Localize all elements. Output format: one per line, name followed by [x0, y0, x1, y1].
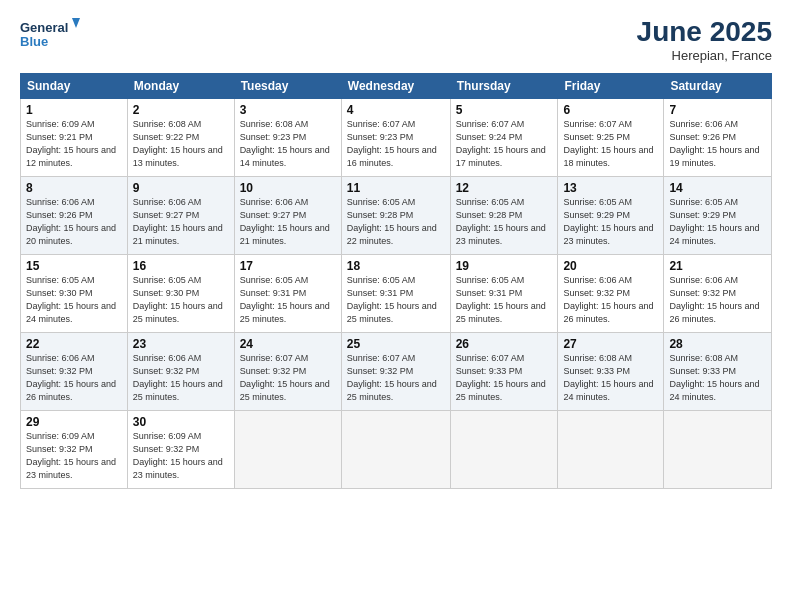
day-info: Sunrise: 6:07 AMSunset: 9:33 PMDaylight:…: [456, 353, 546, 402]
location: Herepian, France: [637, 48, 772, 63]
day-info: Sunrise: 6:05 AMSunset: 9:29 PMDaylight:…: [563, 197, 653, 246]
calendar-cell: 13 Sunrise: 6:05 AMSunset: 9:29 PMDaylig…: [558, 177, 664, 255]
calendar-cell: 5 Sunrise: 6:07 AMSunset: 9:24 PMDayligh…: [450, 99, 558, 177]
day-info: Sunrise: 6:05 AMSunset: 9:29 PMDaylight:…: [669, 197, 759, 246]
calendar-cell: 2 Sunrise: 6:08 AMSunset: 9:22 PMDayligh…: [127, 99, 234, 177]
day-number: 11: [347, 181, 445, 195]
calendar-cell: 8 Sunrise: 6:06 AMSunset: 9:26 PMDayligh…: [21, 177, 128, 255]
day-info: Sunrise: 6:08 AMSunset: 9:23 PMDaylight:…: [240, 119, 330, 168]
day-number: 27: [563, 337, 658, 351]
day-number: 5: [456, 103, 553, 117]
day-number: 2: [133, 103, 229, 117]
day-info: Sunrise: 6:05 AMSunset: 9:31 PMDaylight:…: [347, 275, 437, 324]
day-info: Sunrise: 6:09 AMSunset: 9:32 PMDaylight:…: [26, 431, 116, 480]
day-info: Sunrise: 6:07 AMSunset: 9:32 PMDaylight:…: [347, 353, 437, 402]
calendar-cell: 15 Sunrise: 6:05 AMSunset: 9:30 PMDaylig…: [21, 255, 128, 333]
calendar-cell: 23 Sunrise: 6:06 AMSunset: 9:32 PMDaylig…: [127, 333, 234, 411]
day-number: 28: [669, 337, 766, 351]
calendar-cell: [664, 411, 772, 489]
calendar-cell: 25 Sunrise: 6:07 AMSunset: 9:32 PMDaylig…: [341, 333, 450, 411]
day-info: Sunrise: 6:06 AMSunset: 9:32 PMDaylight:…: [133, 353, 223, 402]
day-number: 21: [669, 259, 766, 273]
calendar-cell: 19 Sunrise: 6:05 AMSunset: 9:31 PMDaylig…: [450, 255, 558, 333]
day-info: Sunrise: 6:06 AMSunset: 9:32 PMDaylight:…: [563, 275, 653, 324]
day-number: 14: [669, 181, 766, 195]
day-info: Sunrise: 6:06 AMSunset: 9:27 PMDaylight:…: [240, 197, 330, 246]
calendar-cell: 21 Sunrise: 6:06 AMSunset: 9:32 PMDaylig…: [664, 255, 772, 333]
calendar-cell: 22 Sunrise: 6:06 AMSunset: 9:32 PMDaylig…: [21, 333, 128, 411]
day-info: Sunrise: 6:07 AMSunset: 9:32 PMDaylight:…: [240, 353, 330, 402]
calendar-cell: [341, 411, 450, 489]
calendar-cell: 17 Sunrise: 6:05 AMSunset: 9:31 PMDaylig…: [234, 255, 341, 333]
day-number: 29: [26, 415, 122, 429]
weekday-header-friday: Friday: [558, 74, 664, 99]
day-info: Sunrise: 6:05 AMSunset: 9:31 PMDaylight:…: [456, 275, 546, 324]
day-info: Sunrise: 6:06 AMSunset: 9:32 PMDaylight:…: [26, 353, 116, 402]
day-number: 4: [347, 103, 445, 117]
calendar-cell: 18 Sunrise: 6:05 AMSunset: 9:31 PMDaylig…: [341, 255, 450, 333]
logo-svg: General Blue: [20, 16, 80, 52]
calendar-cell: 7 Sunrise: 6:06 AMSunset: 9:26 PMDayligh…: [664, 99, 772, 177]
calendar-cell: 28 Sunrise: 6:08 AMSunset: 9:33 PMDaylig…: [664, 333, 772, 411]
calendar-cell: 10 Sunrise: 6:06 AMSunset: 9:27 PMDaylig…: [234, 177, 341, 255]
calendar-cell: [234, 411, 341, 489]
day-number: 10: [240, 181, 336, 195]
day-info: Sunrise: 6:08 AMSunset: 9:33 PMDaylight:…: [669, 353, 759, 402]
weekday-header-sunday: Sunday: [21, 74, 128, 99]
weekday-header-wednesday: Wednesday: [341, 74, 450, 99]
day-number: 13: [563, 181, 658, 195]
day-number: 23: [133, 337, 229, 351]
calendar-cell: [450, 411, 558, 489]
day-info: Sunrise: 6:06 AMSunset: 9:26 PMDaylight:…: [669, 119, 759, 168]
calendar-cell: 24 Sunrise: 6:07 AMSunset: 9:32 PMDaylig…: [234, 333, 341, 411]
svg-text:Blue: Blue: [20, 34, 48, 49]
day-number: 12: [456, 181, 553, 195]
calendar-cell: 30 Sunrise: 6:09 AMSunset: 9:32 PMDaylig…: [127, 411, 234, 489]
day-info: Sunrise: 6:08 AMSunset: 9:22 PMDaylight:…: [133, 119, 223, 168]
title-block: June 2025 Herepian, France: [637, 16, 772, 63]
calendar-table: SundayMondayTuesdayWednesdayThursdayFrid…: [20, 73, 772, 489]
weekday-header-monday: Monday: [127, 74, 234, 99]
day-info: Sunrise: 6:05 AMSunset: 9:30 PMDaylight:…: [26, 275, 116, 324]
day-info: Sunrise: 6:07 AMSunset: 9:23 PMDaylight:…: [347, 119, 437, 168]
calendar-cell: 1 Sunrise: 6:09 AMSunset: 9:21 PMDayligh…: [21, 99, 128, 177]
calendar-cell: 12 Sunrise: 6:05 AMSunset: 9:28 PMDaylig…: [450, 177, 558, 255]
day-info: Sunrise: 6:07 AMSunset: 9:24 PMDaylight:…: [456, 119, 546, 168]
day-number: 16: [133, 259, 229, 273]
weekday-header-saturday: Saturday: [664, 74, 772, 99]
calendar-cell: [558, 411, 664, 489]
day-info: Sunrise: 6:06 AMSunset: 9:32 PMDaylight:…: [669, 275, 759, 324]
logo: General Blue: [20, 16, 80, 52]
weekday-header-thursday: Thursday: [450, 74, 558, 99]
day-info: Sunrise: 6:08 AMSunset: 9:33 PMDaylight:…: [563, 353, 653, 402]
day-info: Sunrise: 6:09 AMSunset: 9:21 PMDaylight:…: [26, 119, 116, 168]
day-number: 6: [563, 103, 658, 117]
day-info: Sunrise: 6:05 AMSunset: 9:28 PMDaylight:…: [347, 197, 437, 246]
day-number: 20: [563, 259, 658, 273]
calendar-cell: 14 Sunrise: 6:05 AMSunset: 9:29 PMDaylig…: [664, 177, 772, 255]
calendar-cell: 4 Sunrise: 6:07 AMSunset: 9:23 PMDayligh…: [341, 99, 450, 177]
day-number: 7: [669, 103, 766, 117]
calendar-cell: 11 Sunrise: 6:05 AMSunset: 9:28 PMDaylig…: [341, 177, 450, 255]
day-number: 25: [347, 337, 445, 351]
day-info: Sunrise: 6:05 AMSunset: 9:28 PMDaylight:…: [456, 197, 546, 246]
day-number: 22: [26, 337, 122, 351]
calendar-cell: 20 Sunrise: 6:06 AMSunset: 9:32 PMDaylig…: [558, 255, 664, 333]
day-number: 8: [26, 181, 122, 195]
day-info: Sunrise: 6:06 AMSunset: 9:27 PMDaylight:…: [133, 197, 223, 246]
weekday-header-tuesday: Tuesday: [234, 74, 341, 99]
day-number: 9: [133, 181, 229, 195]
calendar-cell: 27 Sunrise: 6:08 AMSunset: 9:33 PMDaylig…: [558, 333, 664, 411]
day-info: Sunrise: 6:07 AMSunset: 9:25 PMDaylight:…: [563, 119, 653, 168]
day-number: 19: [456, 259, 553, 273]
calendar-cell: 6 Sunrise: 6:07 AMSunset: 9:25 PMDayligh…: [558, 99, 664, 177]
svg-marker-2: [72, 18, 80, 28]
day-number: 18: [347, 259, 445, 273]
calendar-cell: 3 Sunrise: 6:08 AMSunset: 9:23 PMDayligh…: [234, 99, 341, 177]
calendar-cell: 29 Sunrise: 6:09 AMSunset: 9:32 PMDaylig…: [21, 411, 128, 489]
day-number: 1: [26, 103, 122, 117]
day-number: 17: [240, 259, 336, 273]
day-number: 3: [240, 103, 336, 117]
page: General Blue June 2025 Herepian, France …: [0, 0, 792, 612]
calendar-cell: 16 Sunrise: 6:05 AMSunset: 9:30 PMDaylig…: [127, 255, 234, 333]
